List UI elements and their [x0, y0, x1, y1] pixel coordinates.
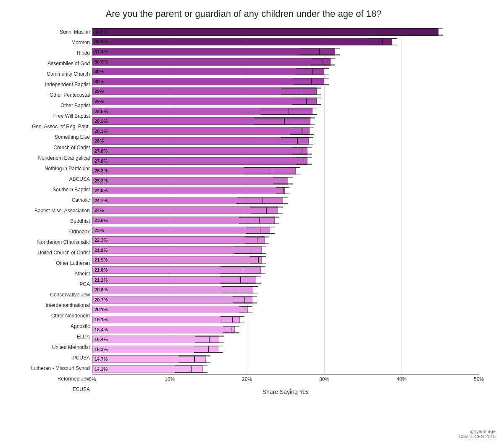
- error-bar: [292, 147, 312, 154]
- bar-row: 30%: [92, 67, 479, 76]
- bar: 19.1%: [92, 316, 240, 323]
- y-label: Agnostic: [8, 322, 90, 331]
- error-bar: [297, 68, 329, 75]
- y-label: Reformed Jew: [8, 375, 90, 384]
- bar-value-label: 23.6%: [94, 218, 108, 223]
- bar-row: 28.2%: [92, 116, 479, 126]
- bar-row: 16.4%: [92, 335, 479, 344]
- bar: 22.3%: [92, 236, 265, 244]
- error-bar: [273, 177, 292, 184]
- bar-value-label: 29%: [94, 99, 104, 104]
- attribution-line2: Data: CCES 2018: [459, 434, 496, 439]
- bar-value-label: 20.7%: [94, 297, 108, 302]
- bar: 28.2%: [92, 117, 310, 125]
- bar-row: 24.9%: [92, 186, 479, 195]
- bar: 30.8%: [92, 58, 331, 66]
- bar: 30%: [92, 78, 324, 85]
- bar: 14.3%: [92, 365, 203, 373]
- x-axis-line: [92, 374, 479, 375]
- bar-row: 20.8%: [92, 285, 479, 294]
- bar-row: 44.8%: [92, 27, 479, 37]
- bar-row: 30.8%: [92, 57, 479, 66]
- bar-value-label: 28.5%: [94, 109, 108, 114]
- bar: 23.6%: [92, 217, 275, 224]
- error-bar: [195, 336, 224, 343]
- y-label: Orthodox: [8, 227, 90, 237]
- error-bar: [379, 28, 444, 35]
- bar: 29%: [92, 87, 317, 95]
- bar-value-label: 21.2%: [94, 278, 108, 283]
- bar: 20.1%: [92, 306, 248, 313]
- bar-value-label: 21.8%: [94, 267, 108, 272]
- bar-value-label: 21.9%: [94, 248, 108, 253]
- bar-row: 38.8%: [92, 37, 479, 46]
- bar: 31.4%: [92, 48, 335, 56]
- bar-row: 16.3%: [92, 345, 479, 354]
- bar-value-label: 14.3%: [94, 367, 108, 372]
- bar-value-label: 26.3%: [94, 168, 108, 173]
- chart-container: Are you the parent or guardian of any ch…: [0, 0, 504, 444]
- bars-and-axes: 44.8%38.8%31.4%30.8%30%30%29%29%28.5%28.…: [92, 27, 479, 395]
- y-label: ABCUSA: [8, 175, 90, 184]
- bar-value-label: 28%: [94, 138, 104, 143]
- bar: 18.4%: [92, 326, 235, 333]
- error-bar: [294, 78, 329, 85]
- bar-value-label: 27.8%: [94, 159, 108, 164]
- bar-row: 27.8%: [92, 156, 479, 166]
- y-label: Church of Christ: [8, 143, 90, 153]
- x-tick: 30%: [319, 376, 329, 382]
- bar-row: 29%: [92, 87, 479, 96]
- y-label: Nothing in Particular: [8, 164, 90, 174]
- bar: 44.8%: [92, 28, 438, 36]
- y-label: Conservative Jew: [8, 291, 90, 300]
- y-label: PCUSA: [8, 354, 90, 363]
- error-bar: [281, 88, 321, 95]
- y-label: Nondenom Charismatic: [8, 238, 90, 247]
- bar-row: 26.3%: [92, 166, 479, 175]
- error-bar: [175, 365, 207, 373]
- error-bar: [311, 58, 335, 65]
- bar-value-label: 23%: [94, 228, 104, 233]
- y-label: Something Else: [8, 133, 90, 142]
- bar-value-label: 28.2%: [94, 119, 108, 124]
- error-bar: [233, 296, 257, 303]
- error-bar: [239, 306, 252, 313]
- y-label: Assemblies of God: [8, 59, 90, 69]
- error-bar: [261, 108, 317, 115]
- bar-value-label: 19.1%: [94, 317, 108, 322]
- y-label: Gen. Assoc. of Reg. Bapt.: [8, 122, 90, 132]
- bar-row: 23%: [92, 226, 479, 235]
- x-axis-area: 0%10%20%30%40%50% Share Saying Yes: [92, 374, 479, 395]
- bar-value-label: 24%: [94, 208, 104, 213]
- error-bar: [239, 217, 279, 224]
- y-label: Free Will Baptist: [8, 112, 90, 121]
- error-bar: [246, 227, 275, 234]
- bar-row: 27.8%: [92, 146, 479, 156]
- bar-value-label: 21.9%: [94, 257, 108, 262]
- error-bar: [223, 326, 239, 333]
- bar: 30%: [92, 68, 324, 75]
- error-bar: [254, 118, 315, 125]
- bar-value-label: 44.8%: [94, 29, 108, 34]
- bar-value-label: 20.1%: [94, 307, 108, 312]
- bar: 23%: [92, 227, 270, 234]
- bar: 16.3%: [92, 346, 218, 353]
- bar-value-label: 22.3%: [94, 238, 108, 243]
- x-axis-title: Share Saying Yes: [92, 388, 479, 395]
- bar-value-label: 16.4%: [94, 337, 108, 342]
- chart-area: Sunni MuslimMormonHinduAssemblies of God…: [8, 27, 479, 395]
- bar: 29%: [92, 98, 317, 105]
- error-bar: [276, 187, 289, 194]
- error-bar: [222, 286, 257, 293]
- bar: 20.7%: [92, 296, 252, 304]
- error-bar: [220, 276, 261, 283]
- y-label: United Church of Christ: [8, 248, 90, 258]
- bar: 16.4%: [92, 336, 219, 343]
- error-bar: [245, 237, 270, 244]
- bar: 20.8%: [92, 286, 253, 293]
- error-bar: [250, 207, 283, 214]
- y-label: Other Baptist: [8, 101, 90, 111]
- y-label: Interdenominational: [8, 301, 90, 310]
- x-tick: 40%: [396, 376, 407, 382]
- x-tick: 0%: [89, 376, 96, 382]
